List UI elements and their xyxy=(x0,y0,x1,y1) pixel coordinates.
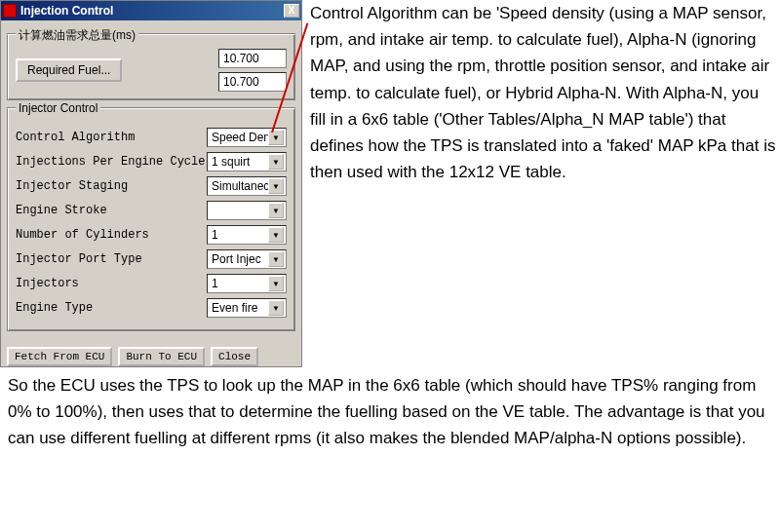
select-engine-stroke[interactable]: ▼ xyxy=(207,201,287,220)
app-icon xyxy=(3,4,17,18)
row-engine-type: Engine Type Even fire ▼ xyxy=(16,298,287,318)
row-injectors: Injectors 1 ▼ xyxy=(16,274,287,293)
select-number-of-cylinders[interactable]: 1 ▼ xyxy=(207,225,287,245)
description-right: Control Algorithm can be 'Speed density … xyxy=(310,0,776,185)
row-control-algorithm: Control Algorithm Speed Dens ▼ xyxy=(16,128,287,147)
select-injector-port-type[interactable]: Port Injec ▼ xyxy=(207,249,287,269)
select-injectors[interactable]: 1 ▼ xyxy=(207,274,287,293)
fuel-required-group: 计算燃油需求总量(ms) Required Fuel... xyxy=(7,34,295,100)
injection-control-dialog: Injection Control X 计算燃油需求总量(ms) Require… xyxy=(0,0,302,367)
row-injections-per-cycle: Injections Per Engine Cycle 1 squirt ▼ xyxy=(16,152,287,171)
chevron-down-icon: ▼ xyxy=(268,178,284,194)
chevron-down-icon: ▼ xyxy=(268,251,284,267)
label-engine-stroke: Engine Stroke xyxy=(16,204,207,217)
label-injectors: Injectors xyxy=(16,277,207,290)
required-fuel-value-2[interactable] xyxy=(218,72,287,92)
label-injections-per-cycle: Injections Per Engine Cycle xyxy=(16,155,207,169)
close-icon[interactable]: X xyxy=(284,4,299,18)
select-engine-type[interactable]: Even fire ▼ xyxy=(207,298,287,318)
window-title: Injection Control xyxy=(20,4,284,18)
dialog-body: 计算燃油需求总量(ms) Required Fuel... Injector C… xyxy=(1,20,301,343)
required-fuel-value-1[interactable] xyxy=(218,49,287,68)
label-control-algorithm: Control Algorithm xyxy=(16,131,207,144)
chevron-down-icon: ▼ xyxy=(268,300,284,316)
burn-to-ecu-button[interactable]: Burn To ECU xyxy=(118,347,205,366)
chevron-down-icon: ▼ xyxy=(268,227,284,243)
select-control-algorithm[interactable]: Speed Dens ▼ xyxy=(207,128,287,147)
row-number-of-cylinders: Number of Cylinders 1 ▼ xyxy=(16,225,287,245)
chevron-down-icon: ▼ xyxy=(268,276,284,291)
chevron-down-icon: ▼ xyxy=(268,154,284,170)
injector-control-group: Injector Control Control Algorithm Speed… xyxy=(7,108,295,331)
fetch-from-ecu-button[interactable]: Fetch From ECU xyxy=(7,347,112,366)
row-injector-staging: Injector Staging Simultanec ▼ xyxy=(16,176,287,196)
fuel-group-legend: 计算燃油需求总量(ms) xyxy=(16,27,138,44)
label-engine-type: Engine Type xyxy=(16,301,207,315)
label-injector-port-type: Injector Port Type xyxy=(16,252,207,266)
label-number-of-cylinders: Number of Cylinders xyxy=(16,228,207,242)
label-injector-staging: Injector Staging xyxy=(16,179,207,193)
chevron-down-icon: ▼ xyxy=(268,203,284,218)
select-injections-per-cycle[interactable]: 1 squirt ▼ xyxy=(207,152,287,171)
row-injector-port-type: Injector Port Type Port Injec ▼ xyxy=(16,249,287,269)
select-injector-staging[interactable]: Simultanec ▼ xyxy=(207,176,287,196)
titlebar[interactable]: Injection Control X xyxy=(1,1,301,20)
required-fuel-button[interactable]: Required Fuel... xyxy=(16,58,122,82)
row-engine-stroke: Engine Stroke ▼ xyxy=(16,201,287,220)
dialog-button-row: Fetch From ECU Burn To ECU Close xyxy=(1,343,301,366)
close-button[interactable]: Close xyxy=(211,347,258,366)
description-bottom: So the ECU uses the TPS to look up the M… xyxy=(8,372,776,452)
injector-group-legend: Injector Control xyxy=(16,101,100,115)
